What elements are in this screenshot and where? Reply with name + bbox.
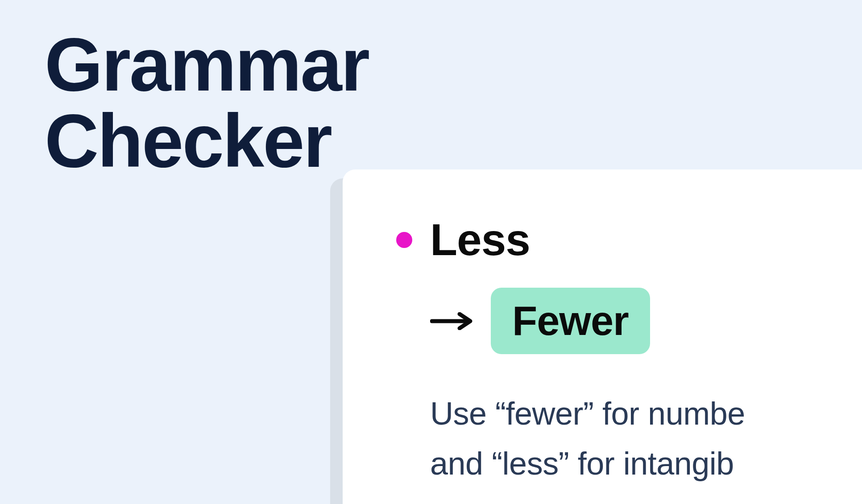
suggestion-card[interactable]: Less Fewer Use “fewer” for numbe and “le… <box>343 169 862 504</box>
explanation-line2: and “less” for intangib <box>430 446 734 481</box>
suggested-word: Fewer <box>512 298 629 343</box>
error-word: Less <box>430 214 530 265</box>
arrow-right-icon <box>430 310 475 332</box>
error-row: Less <box>396 214 862 265</box>
page-title-line1: Grammar <box>45 23 369 107</box>
page-title-line2: Checker <box>45 99 331 183</box>
explanation-text: Use “fewer” for numbe and “less” for int… <box>430 389 862 488</box>
error-indicator-dot <box>396 232 412 248</box>
page-title: Grammar Checker <box>45 27 369 180</box>
suggestion-row: Fewer <box>430 288 862 354</box>
explanation-line1: Use “fewer” for numbe <box>430 396 745 431</box>
suggestion-pill[interactable]: Fewer <box>491 288 650 354</box>
